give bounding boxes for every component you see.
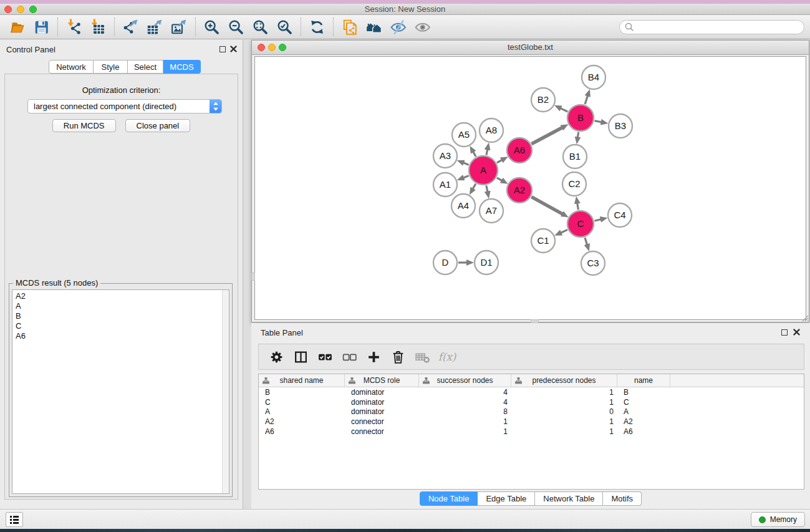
table-row[interactable]: Adominator80A — [259, 407, 804, 417]
column-header-shared-name[interactable]: shared name — [259, 374, 345, 387]
tab-motifs[interactable]: Motifs — [603, 491, 642, 506]
graph-node-C3[interactable]: C3 — [581, 251, 605, 275]
memory-button[interactable]: Memory — [751, 512, 805, 527]
tab-network[interactable]: Network — [49, 60, 94, 74]
tab-style[interactable]: Style — [94, 60, 128, 74]
graph-node-B1[interactable]: B1 — [563, 145, 587, 168]
graph-edge-B-B3[interactable] — [595, 121, 602, 122]
select-all-checks-icon[interactable] — [313, 346, 337, 368]
table-row[interactable]: Bdominator41B — [259, 387, 804, 397]
open-file-icon[interactable] — [5, 16, 29, 37]
mcds-result-item[interactable]: A6 — [16, 331, 229, 341]
graph-node-A5[interactable]: A5 — [452, 123, 476, 147]
graph-node-A8[interactable]: A8 — [480, 118, 503, 142]
tab-network-table[interactable]: Network Table — [535, 491, 603, 506]
tab-mcds[interactable]: MCDS — [163, 60, 201, 74]
split-columns-icon[interactable] — [289, 346, 313, 368]
mcds-result-item[interactable]: A2 — [16, 291, 229, 301]
import-table-icon[interactable] — [86, 16, 110, 37]
eye-slash-icon[interactable] — [386, 16, 410, 37]
deselect-all-checks-icon[interactable] — [337, 346, 362, 368]
close-panel-button[interactable]: Close panel — [125, 119, 191, 132]
graph-node-A2[interactable]: A2 — [507, 178, 532, 203]
table-row[interactable]: A6connector11A6 — [259, 427, 804, 437]
add-row-plus-icon[interactable] — [362, 346, 386, 368]
column-header-successor-nodes[interactable]: successor nodes — [419, 374, 511, 387]
save-session-icon[interactable] — [29, 16, 54, 37]
graph-edge-B-B1[interactable] — [577, 132, 578, 138]
graph-edge-A6-B[interactable] — [531, 127, 562, 144]
graph-node-A6[interactable]: A6 — [507, 138, 532, 163]
graph-edge-A2-C[interactable] — [531, 197, 563, 215]
close-window-button[interactable] — [4, 6, 12, 13]
close-panel-icon[interactable] — [230, 46, 237, 52]
column-header-name[interactable]: name — [617, 374, 670, 387]
export-network-icon[interactable] — [118, 16, 143, 37]
maximize-window-button[interactable] — [29, 6, 37, 13]
result-list-scrollbar[interactable] — [222, 290, 229, 493]
import-network-icon[interactable] — [62, 16, 86, 37]
graph-edge-A-A6[interactable] — [497, 160, 503, 163]
network-minimize-button[interactable] — [268, 44, 276, 51]
resize-grip-icon[interactable] — [801, 314, 809, 322]
graph-edge-A-A4[interactable] — [473, 184, 476, 190]
criterion-dropdown[interactable]: largest connected component (directed) — [27, 99, 222, 114]
graph-edge-A-A2[interactable] — [497, 178, 503, 181]
gear-icon[interactable] — [264, 346, 289, 368]
task-history-button[interactable] — [6, 512, 23, 527]
graph-edge-C-C1[interactable] — [560, 230, 567, 233]
graph-edge-A-A5[interactable] — [473, 151, 476, 157]
mcds-result-item[interactable]: C — [16, 321, 229, 331]
column-header-predecessor-nodes[interactable]: predecessor nodes — [511, 374, 617, 387]
graph-node-B2[interactable]: B2 — [531, 88, 555, 112]
tab-node-table[interactable]: Node Table — [420, 491, 478, 506]
graph-edge-A-A7[interactable] — [486, 186, 488, 193]
column-header-mcds-role[interactable]: MCDS role — [345, 374, 419, 387]
mcds-result-item[interactable]: A — [16, 301, 229, 311]
copy-network-document-icon[interactable] — [337, 16, 362, 37]
graph-node-A1[interactable]: A1 — [433, 173, 457, 196]
dropdown-stepper-icon[interactable] — [210, 100, 221, 113]
graph-edge-B-B4[interactable] — [585, 95, 588, 105]
minimize-window-button[interactable] — [17, 6, 24, 13]
graph-edge-A-A8[interactable] — [486, 148, 488, 155]
eye-icon[interactable] — [410, 16, 435, 37]
table-row[interactable]: A2connector11A2 — [259, 417, 804, 427]
table-row[interactable]: Cdominator41C — [259, 397, 804, 407]
graph-node-B4[interactable]: B4 — [582, 65, 605, 89]
mcds-result-item[interactable]: B — [16, 311, 229, 321]
graph-node-A7[interactable]: A7 — [480, 199, 503, 223]
tab-edge-table[interactable]: Edge Table — [478, 491, 535, 506]
export-image-icon[interactable] — [167, 16, 191, 37]
graph-edge-C-C3[interactable] — [585, 238, 587, 246]
graph-edge-B-B2[interactable] — [560, 108, 567, 112]
delete-trash-icon[interactable] — [386, 346, 410, 368]
network-maximize-button[interactable] — [279, 44, 286, 51]
graph-node-B[interactable]: B — [567, 105, 594, 131]
graph-edge-A-A3[interactable] — [463, 163, 469, 165]
graph-node-A4[interactable]: A4 — [451, 194, 475, 218]
tab-select[interactable]: Select — [128, 60, 163, 74]
graph-edge-A-A1[interactable] — [463, 176, 469, 178]
graph-node-C2[interactable]: C2 — [562, 172, 586, 196]
zoom-selected-icon[interactable] — [272, 16, 297, 37]
export-table-icon[interactable] — [143, 16, 167, 37]
graph-node-C4[interactable]: C4 — [608, 203, 632, 227]
close-table-panel-icon[interactable] — [793, 329, 800, 336]
home-houses-icon[interactable] — [362, 16, 386, 37]
graph-node-A3[interactable]: A3 — [433, 144, 457, 168]
zoom-in-icon[interactable] — [200, 16, 224, 37]
vertical-scroll-thumb[interactable] — [251, 273, 255, 281]
graph-node-D[interactable]: D — [433, 251, 457, 274]
graph-node-C1[interactable]: C1 — [531, 229, 555, 253]
graph-node-A[interactable]: A — [469, 156, 498, 185]
search-input[interactable] — [635, 22, 804, 31]
graph-edge-C-C2[interactable] — [577, 203, 579, 210]
zoom-out-icon[interactable] — [224, 16, 248, 37]
run-mcds-button[interactable]: Run MCDS — [52, 119, 116, 132]
network-canvas[interactable]: AA1A2A3A4A5A6A7A8BB1B2B3B4CC1C2C3C4DD1 — [254, 56, 806, 320]
network-close-button[interactable] — [258, 44, 265, 51]
float-table-panel-icon[interactable] — [781, 329, 788, 336]
graph-edge-C-C4[interactable] — [595, 220, 602, 221]
graph-node-B3[interactable]: B3 — [609, 114, 632, 138]
